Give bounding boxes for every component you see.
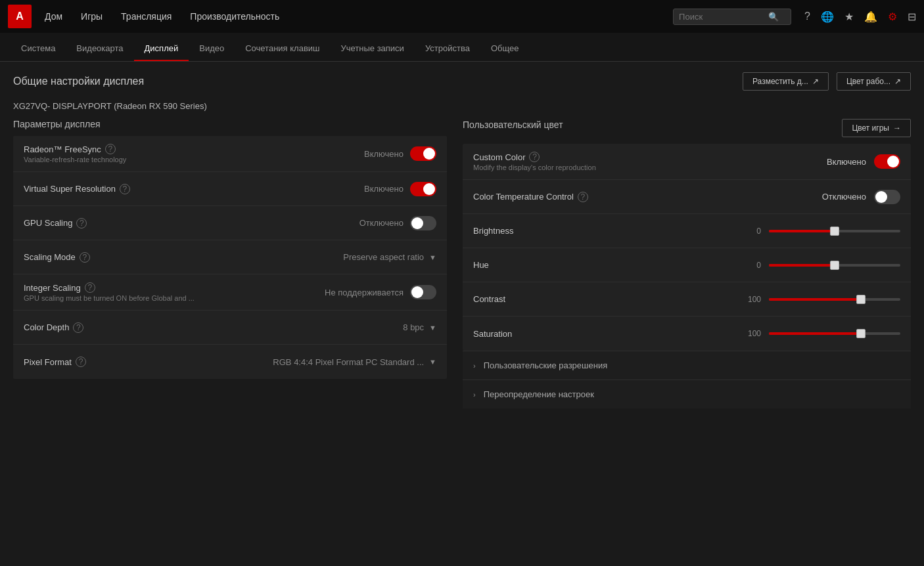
brightness-slider[interactable] (769, 224, 900, 238)
custom-color-toggle-thumb (887, 156, 899, 167)
saturation-label: Saturation (473, 329, 512, 339)
color-depth-state: 8 bpc (403, 322, 424, 332)
scaling-mode-help-icon[interactable]: ? (80, 252, 90, 263)
temp-control-label: Color Temperature Control ? (473, 192, 588, 202)
star-icon[interactable]: ★ (844, 11, 854, 23)
tab-video[interactable]: Видео (189, 37, 235, 61)
saturation-fill (769, 332, 861, 335)
pixel-format-dropdown[interactable]: RGB 4:4:4 Pixel Format PC Standard ... ▼ (273, 357, 436, 367)
gpu-scaling-name: GPU Scaling ? (24, 218, 87, 229)
pixel-format-arrow: ▼ (429, 358, 436, 366)
color-row-temp-control: Color Temperature Control ? Отключено (463, 180, 911, 214)
arrange-displays-btn[interactable]: Разместить д... ↗ (743, 72, 829, 91)
pixel-format-label: Pixel Format ? (24, 357, 86, 367)
game-color-btn[interactable]: Цвет игры → (842, 119, 911, 137)
setting-row-scaling-mode: Scaling Mode ? Preserve aspect ratio ▼ (13, 240, 447, 274)
scaling-mode-state: Preserve aspect ratio (343, 252, 424, 262)
saturation-thumb[interactable] (856, 329, 866, 338)
nav-item-stream[interactable]: Трансляция (121, 11, 172, 22)
color-workspace-btn[interactable]: Цвет рабо... ↗ (837, 72, 911, 91)
freesync-toggle[interactable] (410, 146, 436, 161)
tab-gpu[interactable]: Видеокарта (66, 37, 133, 61)
scaling-mode-dropdown[interactable]: Preserve aspect ratio ▼ (343, 252, 436, 262)
vsr-toggle-thumb (423, 183, 435, 195)
color-settings: Custom Color ? Modify the display's colo… (463, 144, 911, 351)
vsr-name: Virtual Super Resolution ? (24, 184, 130, 194)
brightness-label: Brightness (473, 226, 513, 236)
custom-color-state: Включено (827, 157, 866, 167)
saturation-slider[interactable] (769, 326, 900, 341)
hue-slider[interactable] (769, 258, 900, 272)
integer-scaling-toggle-thumb (411, 286, 423, 298)
tab-system[interactable]: Система (11, 37, 66, 61)
custom-color-toggle[interactable] (874, 154, 900, 169)
nav-items: Дом Игры Трансляция Производительность (45, 11, 660, 22)
integer-scaling-state: Не поддерживается (325, 288, 404, 297)
tab-bar: Система Видеокарта Дисплей Видео Сочетан… (0, 33, 924, 62)
gpu-scaling-help-icon[interactable]: ? (76, 218, 87, 229)
color-depth-name: Color Depth ? (24, 322, 83, 333)
bell-icon[interactable]: 🔔 (864, 11, 877, 23)
freesync-state: Включено (364, 149, 404, 159)
temp-control-control: Отключено (588, 190, 900, 204)
globe-icon[interactable]: 🌐 (821, 11, 834, 23)
nav-item-dom[interactable]: Дом (45, 11, 62, 22)
color-row-saturation: Saturation 100 (463, 316, 911, 351)
saturation-control: 100 (512, 326, 900, 341)
integer-scaling-toggle[interactable] (410, 285, 436, 299)
nav-item-games[interactable]: Игры (81, 11, 103, 22)
saturation-val: 100 (741, 329, 761, 338)
contrast-control: 100 (505, 292, 900, 307)
pixel-format-name: Pixel Format ? (24, 357, 86, 367)
tab-devices[interactable]: Устройства (415, 37, 480, 61)
right-header: Пользовательский цвет Цвет игры → (463, 119, 911, 137)
color-depth-dropdown[interactable]: 8 bpc ▼ (403, 322, 436, 332)
top-nav: A Дом Игры Трансляция Производительность… (0, 0, 924, 33)
settings-icon[interactable]: ⚙ (888, 11, 897, 23)
right-section-title: Пользовательский цвет (463, 120, 563, 130)
temp-control-help-icon[interactable]: ? (578, 192, 588, 202)
temp-control-toggle[interactable] (874, 190, 900, 204)
layout-icon[interactable]: ⊟ (908, 11, 916, 23)
color-workspace-label: Цвет рабо... (846, 77, 890, 86)
search-input[interactable] (679, 12, 764, 22)
contrast-slider[interactable] (769, 292, 900, 307)
search-box[interactable]: 🔍 (673, 9, 791, 25)
gpu-scaling-toggle[interactable] (410, 216, 436, 230)
custom-color-label: Custom Color ? Modify the display's colo… (473, 152, 596, 171)
contrast-val: 100 (741, 295, 761, 304)
hue-thumb[interactable] (830, 261, 839, 270)
contrast-track (769, 298, 900, 301)
help-icon[interactable]: ? (804, 11, 810, 22)
columns: Параметры дисплея Radeon™ FreeSync ? Var… (0, 119, 924, 566)
tab-hotkeys[interactable]: Сочетания клавиш (235, 37, 330, 61)
vsr-state: Включено (364, 184, 404, 194)
brightness-thumb[interactable] (830, 227, 839, 236)
color-row-custom-color: Custom Color ? Modify the display's colo… (463, 144, 911, 180)
freesync-name: Radeon™ FreeSync ? (24, 144, 126, 154)
pixel-format-help-icon[interactable]: ? (76, 357, 86, 367)
vsr-help-icon[interactable]: ? (120, 184, 130, 194)
freesync-sub: Variable-refresh-rate technology (24, 156, 126, 163)
expand-row-custom-res[interactable]: › Пользовательские разрешения (463, 351, 911, 380)
integer-scaling-help-icon[interactable]: ? (85, 282, 95, 293)
freesync-help-icon[interactable]: ? (105, 144, 116, 154)
custom-color-control: Включено (596, 154, 900, 169)
nav-item-perf[interactable]: Производительность (190, 11, 279, 22)
color-depth-label: Color Depth ? (24, 322, 83, 333)
expand-row-override[interactable]: › Переопределение настроек (463, 380, 911, 408)
custom-color-help-icon[interactable]: ? (529, 152, 540, 162)
tab-display[interactable]: Дисплей (134, 37, 189, 61)
tab-general[interactable]: Общее (480, 37, 530, 61)
color-depth-help-icon[interactable]: ? (73, 322, 83, 333)
saturation-track (769, 332, 900, 335)
custom-res-label: Пользовательские разрешения (484, 360, 608, 370)
override-chevron: › (473, 391, 476, 399)
contrast-name: Contrast (473, 294, 505, 304)
freesync-label: Radeon™ FreeSync ? Variable-refresh-rate… (24, 144, 126, 163)
brightness-fill (769, 230, 835, 232)
hue-control: 0 (489, 258, 900, 272)
contrast-thumb[interactable] (856, 295, 866, 304)
tab-accounts[interactable]: Учетные записи (330, 37, 414, 61)
vsr-toggle[interactable] (410, 182, 436, 196)
